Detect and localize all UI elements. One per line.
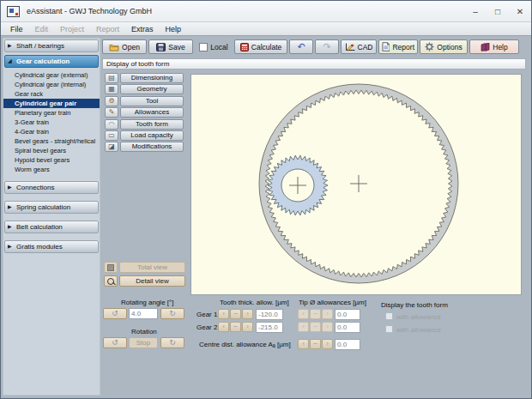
tooth-form-canvas[interactable] [190,74,522,295]
maximize-button[interactable]: □ [487,1,509,21]
close-button[interactable]: ✕ [509,1,531,21]
sidebar-item-bevel-gears[interactable]: Bevel gears - straight/helical [3,136,100,146]
sidebar-item-spring-calculation[interactable]: Spring calculation [4,201,99,214]
gear1-label: Gear 1 [196,311,217,318]
detail-view-icon[interactable] [104,275,118,287]
gear1-stepper: ‹ − › [218,309,253,319]
centre-dist-stepper: ‹ − › [298,339,333,349]
sidebar-item-worm-gears[interactable]: Worm gears [3,165,100,174]
sidebar-item-gear-rack[interactable]: Gear rack [3,89,100,99]
tip2-allowance-input[interactable] [335,322,360,333]
undo-button[interactable]: ↶ [289,39,313,54]
cad-button[interactable]: CAD [341,39,377,54]
tooth-form-button[interactable]: Tooth form [120,119,184,130]
centre-dist-allowance-label: Centre dist. allowance Aₐ [µm] [199,341,291,348]
open-folder-icon [109,43,119,51]
tip1-stepper: ‹ − › [298,309,333,319]
with-allowance-checkbox-2 [385,325,393,333]
rotation-ccw-button[interactable]: ↺ [103,337,127,348]
dimensioning-icon[interactable]: ▤ [105,73,118,83]
tool-button[interactable]: Tool [120,96,184,106]
rotating-angle-input[interactable] [129,308,158,319]
gear2-next-button[interactable]: › [242,322,253,332]
sidebar-item-cylindrical-gear-internal[interactable]: Cylindrical gear (internal) [3,80,100,89]
total-view-button: Total view [119,262,185,273]
centre-dist-minus-button[interactable]: − [310,339,321,349]
tip1-prev-button: ‹ [298,309,309,319]
sidebar-item-spiral-bevel-gears[interactable]: Spiral bevel gears [3,146,100,155]
menu-item-project: Project [54,25,90,33]
load-capacity-button[interactable]: Load capacity [120,130,184,141]
sidebar-item-belt-calculation[interactable]: Belt calculation [4,221,99,233]
dimensioning-button[interactable]: Dimensioning [120,73,184,83]
gear1-next-button[interactable]: › [242,309,253,319]
menu-item-file[interactable]: File [4,25,29,33]
magnifier-icon [107,278,114,285]
gear2-allowance-input[interactable] [256,322,283,333]
app-window: eAssistant - GWJ Technology GmbH – □ ✕ F… [0,0,532,399]
tooth-form-icon[interactable]: ◠ [105,119,118,130]
sidebar-item-gear-calculation[interactable]: Gear calculation [4,55,99,68]
modifications-icon[interactable]: ◪ [105,142,118,152]
save-button[interactable]: Save [148,39,193,54]
sidebar-item-cylindrical-gear-pair[interactable]: Cylindrical gear pair [3,99,100,108]
geometry-icon[interactable]: ▦ [105,84,118,94]
menu-item-edit: Edit [29,25,55,33]
tip1-next-button: › [322,309,333,319]
rotate-angle-cw-button[interactable]: ↻ [160,308,184,319]
gear-icon [425,42,434,51]
allowances-button[interactable]: Allowances [120,107,184,118]
report-document-icon [382,42,390,51]
help-button[interactable]: Help [469,39,519,54]
calculate-button[interactable]: Calculate [234,39,287,54]
redo-button: ↷ [315,39,339,54]
geometry-button[interactable]: Geometry [120,84,184,94]
centre-dist-next-button[interactable]: › [322,339,333,349]
report-button[interactable]: Report [378,39,418,54]
rotation-label: Rotation [131,328,157,336]
title-bar[interactable]: eAssistant - GWJ Technology GmbH – □ ✕ [1,1,531,22]
sidebar-item-planetary-gear-train[interactable]: Planetary gear train [3,108,100,118]
redo-icon: ↷ [323,42,330,51]
sidebar-item-hypoid-bevel-gears[interactable]: Hypoid bevel gears [3,155,100,165]
display-tooth-form-label: Display the tooth form [381,301,448,309]
stop-button: Stop [129,337,158,348]
tip1-minus-button: − [310,309,321,319]
open-button[interactable]: Open [102,39,147,54]
navigation-sidebar: Shaft / bearings Gear calculation Cylind… [3,38,100,396]
window-title: eAssistant - GWJ Technology GmbH [27,7,152,15]
menu-item-help[interactable]: Help [160,25,188,33]
sidebar-item-3-gear-train[interactable]: 3-Gear train [3,118,100,127]
load-capacity-icon[interactable]: ▭ [105,130,118,141]
tool-icon[interactable]: ⚙ [105,96,118,106]
gear2-prev-button[interactable]: ‹ [218,322,229,332]
gear1-prev-button[interactable]: ‹ [218,309,229,319]
gear1-minus-button[interactable]: − [230,309,241,319]
allowances-icon[interactable]: ✎ [105,107,118,118]
gear1-allowance-input[interactable] [256,309,283,320]
total-view-icon [104,262,118,273]
tip2-minus-button: − [310,322,321,332]
menu-item-extras[interactable]: Extras [125,25,160,33]
minimize-button[interactable]: – [464,1,487,21]
sidebar-item-shaft-bearings[interactable]: Shaft / bearings [4,39,99,52]
modifications-button[interactable]: Modifications [120,142,184,152]
detail-view-button[interactable]: Detail view [119,275,185,287]
tip2-next-button: › [322,322,333,332]
gear2-minus-button[interactable]: − [230,322,241,332]
options-button[interactable]: Options [420,39,468,54]
sidebar-item-cylindrical-gear-external[interactable]: Cylindrical gear (external) [3,70,100,80]
sidebar-item-connections[interactable]: Connections [4,181,99,194]
undo-icon: ↶ [297,42,305,51]
local-checkbox[interactable] [199,43,208,51]
rotation-cw-button[interactable]: ↻ [160,337,184,348]
sidebar-item-gratis-modules[interactable]: Gratis modules [4,240,99,253]
local-checkbox-group[interactable]: Local [195,39,233,54]
sidebar-item-4-gear-train[interactable]: 4-Gear train [3,127,100,136]
rotate-angle-ccw-button[interactable]: ↺ [103,308,127,319]
centre-dist-allowance-input[interactable] [335,339,360,350]
centre-dist-prev-button[interactable]: ‹ [298,339,309,349]
gear2-label: Gear 2 [196,323,217,331]
tip1-allowance-input[interactable] [335,309,360,320]
tooth-thick-allow-label: Tooth thick. allow. [µm] [220,299,289,306]
